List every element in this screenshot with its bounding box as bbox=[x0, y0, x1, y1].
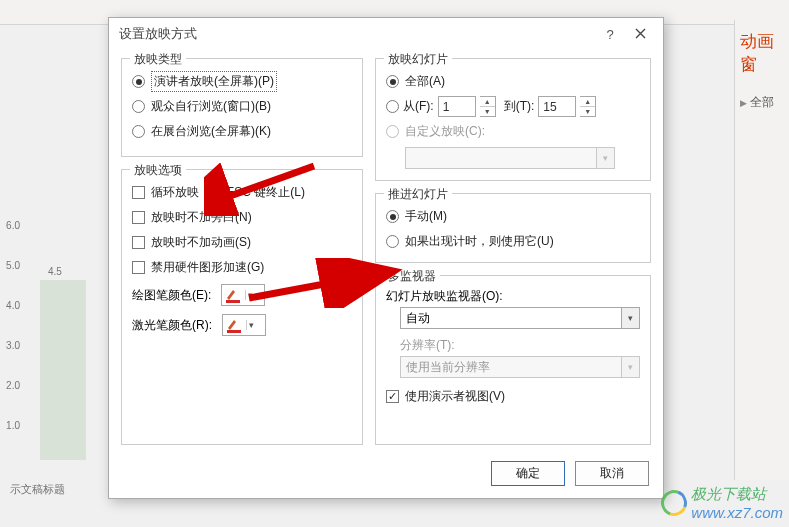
check-no-hw-accel[interactable]: 禁用硬件图形加速(G) bbox=[132, 255, 352, 280]
monitor-value: 自动 bbox=[400, 307, 622, 329]
to-label: 到(T): bbox=[504, 98, 535, 115]
close-button[interactable] bbox=[625, 27, 655, 42]
bg-chart: 6.0 5.0 4.0 3.0 2.0 1.0 4.5 bbox=[0, 220, 105, 490]
pen-color-label: 绘图笔颜色(E): bbox=[132, 287, 211, 304]
check-presenter-view[interactable]: 使用演示者视图(V) bbox=[386, 384, 640, 409]
legend-play-options: 放映选项 bbox=[130, 162, 186, 179]
pen-icon bbox=[224, 316, 244, 334]
radio-icon bbox=[386, 75, 399, 88]
watermark-logo-icon bbox=[657, 486, 692, 521]
chevron-down-icon: ▾ bbox=[622, 307, 640, 329]
check-no-hw-accel-label: 禁用硬件图形加速(G) bbox=[151, 259, 264, 276]
group-show-slides: 放映幻灯片 全部(A) 从(F): 1 ▲▼ 到(T): 15 ▲▼ 自定义放映… bbox=[375, 58, 651, 181]
close-icon bbox=[635, 28, 646, 39]
chevron-down-icon: ▾ bbox=[597, 147, 615, 169]
radio-icon bbox=[386, 235, 399, 248]
down-icon: ▼ bbox=[480, 107, 495, 116]
radio-icon bbox=[132, 75, 145, 88]
monitor-label: 幻灯片放映监视器(O): bbox=[386, 288, 640, 305]
animation-item-label: 全部 bbox=[750, 94, 774, 111]
group-play-options: 放映选项 循环放映，按 ESC 键终止(L) 放映时不加旁白(N) 放映时不加动… bbox=[121, 169, 363, 445]
radio-custom-label: 自定义放映(C): bbox=[405, 123, 485, 140]
play-icon: ▶ bbox=[740, 98, 747, 108]
chevron-down-icon: ▾ bbox=[245, 290, 255, 300]
chart-bar bbox=[40, 280, 86, 460]
laser-color-picker[interactable]: ▾ bbox=[222, 314, 266, 336]
svg-rect-0 bbox=[226, 300, 240, 303]
group-play-type: 放映类型 演讲者放映(全屏幕)(P) 观众自行浏览(窗口)(B) 在展台浏览(全… bbox=[121, 58, 363, 157]
check-presenter-view-label: 使用演示者视图(V) bbox=[405, 388, 505, 405]
radio-presenter-label: 演讲者放映(全屏幕)(P) bbox=[151, 71, 277, 92]
group-advance-slides: 推进幻灯片 手动(M) 如果出现计时，则使用它(U) bbox=[375, 193, 651, 263]
svg-rect-1 bbox=[227, 330, 241, 333]
radio-browse-label: 观众自行浏览(窗口)(B) bbox=[151, 98, 271, 115]
check-no-narration-label: 放映时不加旁白(N) bbox=[151, 209, 252, 226]
watermark-text: 极光下载站 bbox=[691, 485, 766, 502]
dialog-button-bar: 确定 取消 bbox=[109, 453, 663, 498]
radio-custom: 自定义放映(C): bbox=[386, 119, 640, 144]
radio-icon bbox=[386, 125, 399, 138]
checkbox-icon bbox=[132, 211, 145, 224]
pen-icon bbox=[223, 286, 243, 304]
from-input[interactable]: 1 bbox=[438, 96, 476, 117]
radio-presenter[interactable]: 演讲者放映(全屏幕)(P) bbox=[132, 69, 352, 94]
check-loop-label: 循环放映，按 ESC 键终止(L) bbox=[151, 184, 305, 201]
legend-play-type: 放映类型 bbox=[130, 51, 186, 68]
resolution-label: 分辨率(T): bbox=[400, 337, 640, 354]
radio-icon bbox=[386, 210, 399, 223]
animation-pane-item[interactable]: ▶ 全部 bbox=[740, 94, 784, 111]
radio-browse[interactable]: 观众自行浏览(窗口)(B) bbox=[132, 94, 352, 119]
to-input[interactable]: 15 bbox=[538, 96, 576, 117]
chevron-down-icon: ▾ bbox=[622, 356, 640, 378]
monitor-dropdown[interactable]: 自动 ▾ bbox=[400, 307, 640, 329]
dialog-title: 设置放映方式 bbox=[119, 25, 595, 43]
radio-manual[interactable]: 手动(M) bbox=[386, 204, 640, 229]
laser-color-label: 激光笔颜色(R): bbox=[132, 317, 212, 334]
check-no-narration[interactable]: 放映时不加旁白(N) bbox=[132, 205, 352, 230]
up-icon: ▲ bbox=[480, 97, 495, 107]
resolution-value: 使用当前分辨率 bbox=[400, 356, 622, 378]
custom-show-dropdown: ▾ bbox=[405, 147, 615, 169]
pen-color-picker[interactable]: ▾ bbox=[221, 284, 265, 306]
radio-manual-label: 手动(M) bbox=[405, 208, 447, 225]
to-spinner[interactable]: ▲▼ bbox=[580, 96, 596, 117]
legend-show-slides: 放映幻灯片 bbox=[384, 51, 452, 68]
group-monitors: 多监视器 幻灯片放映监视器(O): 自动 ▾ 分辨率(T): 使用当前分辨率 ▾… bbox=[375, 275, 651, 445]
resolution-dropdown: 使用当前分辨率 ▾ bbox=[400, 356, 640, 378]
watermark-url: www.xz7.com bbox=[691, 504, 783, 521]
radio-all-label: 全部(A) bbox=[405, 73, 445, 90]
legend-advance: 推进幻灯片 bbox=[384, 186, 452, 203]
radio-timed-label: 如果出现计时，则使用它(U) bbox=[405, 233, 554, 250]
check-loop[interactable]: 循环放映，按 ESC 键终止(L) bbox=[132, 180, 352, 205]
legend-monitors: 多监视器 bbox=[384, 268, 440, 285]
ok-button[interactable]: 确定 bbox=[491, 461, 565, 486]
dialog-titlebar: 设置放映方式 ? bbox=[109, 18, 663, 50]
cancel-button[interactable]: 取消 bbox=[575, 461, 649, 486]
animation-pane: 动画窗 ▶ 全部 bbox=[734, 20, 789, 480]
up-icon: ▲ bbox=[580, 97, 595, 107]
checkbox-icon bbox=[386, 390, 399, 403]
radio-all[interactable]: 全部(A) bbox=[386, 69, 640, 94]
custom-show-value bbox=[405, 147, 597, 169]
checkbox-icon bbox=[132, 186, 145, 199]
from-spinner[interactable]: ▲▼ bbox=[480, 96, 496, 117]
watermark: 极光下载站 www.xz7.com bbox=[661, 485, 783, 521]
help-button[interactable]: ? bbox=[595, 27, 625, 42]
radio-icon bbox=[132, 100, 145, 113]
radio-timed[interactable]: 如果出现计时，则使用它(U) bbox=[386, 229, 640, 254]
checkbox-icon bbox=[132, 261, 145, 274]
radio-from-to[interactable]: 从(F): 1 ▲▼ 到(T): 15 ▲▼ bbox=[386, 94, 640, 119]
check-no-animation-label: 放映时不加动画(S) bbox=[151, 234, 251, 251]
radio-kiosk[interactable]: 在展台浏览(全屏幕)(K) bbox=[132, 119, 352, 144]
radio-kiosk-label: 在展台浏览(全屏幕)(K) bbox=[151, 123, 271, 140]
footer-text: 示文稿标题 bbox=[10, 482, 65, 497]
setup-show-dialog: 设置放映方式 ? 放映类型 演讲者放映(全屏幕)(P) 观众自行浏览(窗口)(B… bbox=[108, 17, 664, 499]
checkbox-icon bbox=[132, 236, 145, 249]
chevron-down-icon: ▾ bbox=[246, 320, 256, 330]
down-icon: ▼ bbox=[580, 107, 595, 116]
radio-icon bbox=[386, 100, 399, 113]
check-no-animation[interactable]: 放映时不加动画(S) bbox=[132, 230, 352, 255]
from-label: 从(F): bbox=[403, 98, 434, 115]
animation-pane-title: 动画窗 bbox=[740, 30, 784, 76]
bar-value-label: 4.5 bbox=[48, 266, 62, 277]
